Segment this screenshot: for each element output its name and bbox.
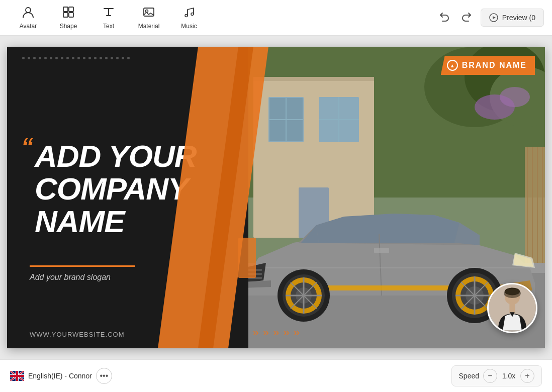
brand-badge-icon: ▲ [447,60,458,71]
material-tool-button[interactable]: Material [129,0,169,36]
left-panel: “ ADD YOURCOMPANYNAME Add your brand slo… [7,47,248,348]
svg-rect-66 [509,304,515,313]
shape-tool-label: Shape [60,23,77,30]
toolbar-right: Preview (0 [434,7,544,29]
svg-point-8 [191,13,194,16]
arrow-5: » [293,326,299,339]
website-url-text[interactable]: WWW.YOURWEBSITE.COM [30,331,124,338]
text-tool-button[interactable]: Text [88,0,129,36]
avatar-tool-button[interactable]: Avatar [8,0,48,36]
language-text: English(IE) - Connor [28,372,92,380]
brand-name-badge: ▲ BRAND NAME [441,56,535,75]
music-icon [182,6,196,21]
flag-icon [10,371,24,381]
svg-rect-1 [63,7,68,12]
orange-divider [30,265,135,267]
svg-rect-13 [253,77,374,81]
svg-rect-75 [10,375,24,377]
toolbar: Avatar Shape Text Mater [0,0,552,36]
language-section: English(IE) - Connor ••• [10,368,445,384]
arrow-2: » [263,326,269,339]
svg-rect-2 [69,7,73,12]
music-tool-label: Music [181,23,197,30]
brand-badge-text: BRAND NAME [462,61,527,70]
svg-rect-4 [69,13,73,17]
decrease-icon: − [488,371,492,380]
speed-value: 1.0x [501,372,516,380]
arrow-4: » [283,326,289,339]
preview-label: Preview (0 [502,14,535,22]
arrow-3: » [273,326,279,339]
redo-button[interactable] [457,7,477,29]
preview-button[interactable]: Preview (0 [481,9,544,27]
brand-slogan-text[interactable]: Add your brand slogan [30,273,111,282]
speed-section: Speed − 1.0x + [451,365,542,386]
company-name-text[interactable]: ADD YOURCOMPANYNAME [35,140,197,238]
shape-icon [62,6,75,21]
svg-point-65 [504,288,521,298]
more-options-button[interactable]: ••• [96,368,112,384]
increase-icon: + [525,371,529,380]
arrows-indicator: » » » » » [252,326,299,339]
avatar-icon [22,6,35,21]
undo-button[interactable] [434,7,453,29]
text-icon [102,6,115,21]
more-icon: ••• [100,371,108,380]
status-bar: English(IE) - Connor ••• Speed − 1.0x + [0,359,552,392]
speed-label: Speed [459,372,479,380]
svg-point-7 [185,15,188,17]
speed-increase-button[interactable]: + [520,369,534,383]
play-circle-icon [489,13,498,22]
avatar [487,283,537,333]
canvas[interactable]: “ ADD YOURCOMPANYNAME Add your brand slo… [7,47,545,348]
avatar-tool-label: Avatar [20,23,37,30]
svg-rect-3 [63,13,68,17]
svg-rect-56 [374,248,389,253]
dots-decoration [22,57,130,59]
shape-tool-button[interactable]: Shape [48,0,88,36]
material-icon [142,6,155,21]
music-tool-button[interactable]: Music [169,0,209,36]
svg-point-28 [500,87,530,107]
svg-point-0 [26,8,31,13]
text-tool-label: Text [103,23,114,30]
arrow-1: » [252,326,258,339]
quote-mark: “ [21,135,33,159]
speed-decrease-button[interactable]: − [483,369,497,383]
material-tool-label: Material [138,23,160,30]
canvas-area: “ ADD YOURCOMPANYNAME Add your brand slo… [0,36,552,359]
